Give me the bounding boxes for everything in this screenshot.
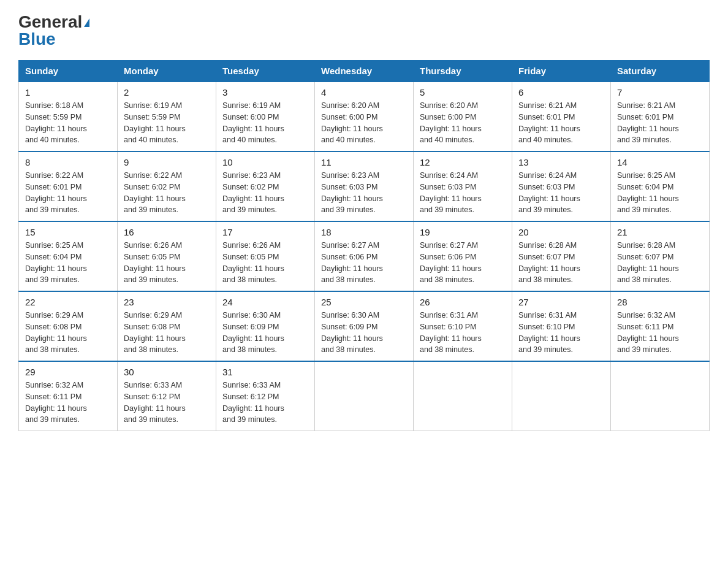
calendar-cell (315, 361, 414, 431)
day-info: Sunrise: 6:18 AMSunset: 5:59 PMDaylight:… (25, 101, 87, 144)
calendar-cell: 11 Sunrise: 6:23 AMSunset: 6:03 PMDaylig… (315, 151, 414, 221)
calendar-week-3: 15 Sunrise: 6:25 AMSunset: 6:04 PMDaylig… (19, 221, 710, 291)
day-info: Sunrise: 6:33 AMSunset: 6:12 PMDaylight:… (222, 381, 284, 424)
day-info: Sunrise: 6:21 AMSunset: 6:01 PMDaylight:… (617, 101, 679, 144)
day-info: Sunrise: 6:25 AMSunset: 6:04 PMDaylight:… (617, 171, 679, 214)
day-info: Sunrise: 6:32 AMSunset: 6:11 PMDaylight:… (617, 311, 679, 354)
day-number: 9 (124, 157, 210, 167)
calendar-cell: 29 Sunrise: 6:32 AMSunset: 6:11 PMDaylig… (19, 361, 118, 431)
calendar-cell: 19 Sunrise: 6:27 AMSunset: 6:06 PMDaylig… (414, 221, 512, 291)
day-info: Sunrise: 6:26 AMSunset: 6:05 PMDaylight:… (124, 241, 186, 284)
day-number: 30 (124, 367, 210, 377)
day-info: Sunrise: 6:26 AMSunset: 6:05 PMDaylight:… (222, 241, 284, 284)
day-number: 13 (518, 157, 604, 167)
day-number: 20 (518, 227, 604, 237)
day-info: Sunrise: 6:31 AMSunset: 6:10 PMDaylight:… (518, 311, 580, 354)
logo: General Blue (18, 12, 89, 49)
header-cell-sunday: Sunday (19, 61, 118, 82)
calendar-cell: 8 Sunrise: 6:22 AMSunset: 6:01 PMDayligh… (19, 151, 118, 221)
calendar-cell: 14 Sunrise: 6:25 AMSunset: 6:04 PMDaylig… (611, 151, 710, 221)
calendar-week-2: 8 Sunrise: 6:22 AMSunset: 6:01 PMDayligh… (19, 151, 710, 221)
day-number: 1 (25, 87, 111, 98)
day-number: 16 (124, 227, 210, 237)
day-number: 17 (222, 227, 308, 237)
day-number: 23 (124, 297, 210, 307)
calendar-body: 1 Sunrise: 6:18 AMSunset: 5:59 PMDayligh… (19, 82, 710, 431)
day-number: 2 (124, 87, 210, 98)
calendar-cell: 18 Sunrise: 6:27 AMSunset: 6:06 PMDaylig… (315, 221, 414, 291)
day-number: 18 (321, 227, 407, 237)
calendar-cell: 30 Sunrise: 6:33 AMSunset: 6:12 PMDaylig… (118, 361, 216, 431)
day-info: Sunrise: 6:22 AMSunset: 6:02 PMDaylight:… (124, 171, 186, 214)
day-number: 31 (222, 367, 308, 377)
calendar-cell: 22 Sunrise: 6:29 AMSunset: 6:08 PMDaylig… (19, 291, 118, 361)
day-info: Sunrise: 6:23 AMSunset: 6:03 PMDaylight:… (321, 171, 383, 214)
calendar-week-1: 1 Sunrise: 6:18 AMSunset: 5:59 PMDayligh… (19, 82, 710, 151)
day-info: Sunrise: 6:25 AMSunset: 6:04 PMDaylight:… (25, 241, 87, 284)
calendar-cell: 2 Sunrise: 6:19 AMSunset: 5:59 PMDayligh… (118, 82, 216, 151)
day-number: 8 (25, 157, 111, 167)
logo-blue: Blue (18, 29, 56, 49)
header-cell-monday: Monday (118, 61, 216, 82)
day-info: Sunrise: 6:29 AMSunset: 6:08 PMDaylight:… (124, 311, 186, 354)
day-info: Sunrise: 6:21 AMSunset: 6:01 PMDaylight:… (518, 101, 580, 144)
day-info: Sunrise: 6:22 AMSunset: 6:01 PMDaylight:… (25, 171, 87, 214)
day-info: Sunrise: 6:24 AMSunset: 6:03 PMDaylight:… (420, 171, 482, 214)
page-header: General Blue (18, 12, 710, 49)
day-info: Sunrise: 6:30 AMSunset: 6:09 PMDaylight:… (222, 311, 284, 354)
day-number: 24 (222, 297, 308, 307)
calendar-cell: 28 Sunrise: 6:32 AMSunset: 6:11 PMDaylig… (611, 291, 710, 361)
header-cell-thursday: Thursday (414, 61, 512, 82)
day-number: 4 (321, 87, 407, 98)
day-info: Sunrise: 6:20 AMSunset: 6:00 PMDaylight:… (321, 101, 383, 144)
day-info: Sunrise: 6:31 AMSunset: 6:10 PMDaylight:… (420, 311, 482, 354)
calendar-cell (512, 361, 611, 431)
day-number: 22 (25, 297, 111, 307)
calendar-week-4: 22 Sunrise: 6:29 AMSunset: 6:08 PMDaylig… (19, 291, 710, 361)
day-info: Sunrise: 6:19 AMSunset: 6:00 PMDaylight:… (222, 101, 284, 144)
calendar-cell: 25 Sunrise: 6:30 AMSunset: 6:09 PMDaylig… (315, 291, 414, 361)
day-info: Sunrise: 6:33 AMSunset: 6:12 PMDaylight:… (124, 381, 186, 424)
day-number: 19 (420, 227, 506, 237)
calendar-cell: 12 Sunrise: 6:24 AMSunset: 6:03 PMDaylig… (414, 151, 512, 221)
day-info: Sunrise: 6:28 AMSunset: 6:07 PMDaylight:… (617, 241, 679, 284)
day-info: Sunrise: 6:28 AMSunset: 6:07 PMDaylight:… (518, 241, 580, 284)
calendar-table: SundayMondayTuesdayWednesdayThursdayFrid… (18, 60, 710, 431)
day-number: 12 (420, 157, 506, 167)
calendar-cell: 1 Sunrise: 6:18 AMSunset: 5:59 PMDayligh… (19, 82, 118, 151)
day-info: Sunrise: 6:27 AMSunset: 6:06 PMDaylight:… (321, 241, 383, 284)
calendar-cell: 20 Sunrise: 6:28 AMSunset: 6:07 PMDaylig… (512, 221, 611, 291)
calendar-cell: 13 Sunrise: 6:24 AMSunset: 6:03 PMDaylig… (512, 151, 611, 221)
day-info: Sunrise: 6:23 AMSunset: 6:02 PMDaylight:… (222, 171, 284, 214)
day-info: Sunrise: 6:24 AMSunset: 6:03 PMDaylight:… (518, 171, 580, 214)
day-number: 28 (617, 297, 703, 307)
calendar-cell: 23 Sunrise: 6:29 AMSunset: 6:08 PMDaylig… (118, 291, 216, 361)
calendar-cell (611, 361, 710, 431)
calendar-cell: 16 Sunrise: 6:26 AMSunset: 6:05 PMDaylig… (118, 221, 216, 291)
calendar-cell: 5 Sunrise: 6:20 AMSunset: 6:00 PMDayligh… (414, 82, 512, 151)
day-number: 25 (321, 297, 407, 307)
calendar-cell: 26 Sunrise: 6:31 AMSunset: 6:10 PMDaylig… (414, 291, 512, 361)
day-number: 26 (420, 297, 506, 307)
calendar-cell: 24 Sunrise: 6:30 AMSunset: 6:09 PMDaylig… (216, 291, 315, 361)
day-info: Sunrise: 6:30 AMSunset: 6:09 PMDaylight:… (321, 311, 383, 354)
calendar-cell: 7 Sunrise: 6:21 AMSunset: 6:01 PMDayligh… (611, 82, 710, 151)
day-info: Sunrise: 6:32 AMSunset: 6:11 PMDaylight:… (25, 381, 87, 424)
header-cell-saturday: Saturday (611, 61, 710, 82)
logo-triangle-icon (84, 18, 89, 27)
calendar-cell: 3 Sunrise: 6:19 AMSunset: 6:00 PMDayligh… (216, 82, 315, 151)
calendar-cell: 27 Sunrise: 6:31 AMSunset: 6:10 PMDaylig… (512, 291, 611, 361)
day-number: 27 (518, 297, 604, 307)
header-cell-tuesday: Tuesday (216, 61, 315, 82)
day-info: Sunrise: 6:20 AMSunset: 6:00 PMDaylight:… (420, 101, 482, 144)
header-cell-friday: Friday (512, 61, 611, 82)
day-number: 3 (222, 87, 308, 98)
day-number: 21 (617, 227, 703, 237)
day-number: 14 (617, 157, 703, 167)
day-number: 15 (25, 227, 111, 237)
calendar-cell: 9 Sunrise: 6:22 AMSunset: 6:02 PMDayligh… (118, 151, 216, 221)
calendar-cell: 21 Sunrise: 6:28 AMSunset: 6:07 PMDaylig… (611, 221, 710, 291)
day-number: 5 (420, 87, 506, 98)
calendar-cell: 10 Sunrise: 6:23 AMSunset: 6:02 PMDaylig… (216, 151, 315, 221)
calendar-header-row: SundayMondayTuesdayWednesdayThursdayFrid… (19, 61, 710, 82)
